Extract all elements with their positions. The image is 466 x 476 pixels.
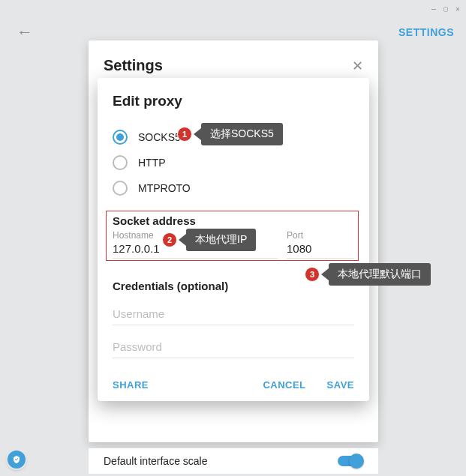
proxy-type-label: HTTP	[138, 157, 166, 169]
username-input[interactable]: Username	[113, 304, 354, 325]
window-close-button[interactable]: ✕	[455, 4, 460, 13]
radio-unchecked-icon	[113, 181, 128, 196]
share-button[interactable]: SHARE	[113, 379, 149, 391]
settings-link[interactable]: SETTINGS	[398, 26, 454, 38]
proxy-type-mtproto[interactable]: MTPROTO	[113, 175, 354, 201]
arrow-left-icon	[179, 234, 186, 246]
cancel-button[interactable]: CANCEL	[263, 379, 305, 391]
settings-title: Settings	[104, 57, 163, 74]
callout-tip: 本地代理默认端口	[329, 263, 431, 286]
callout-3: 3 本地代理默认端口	[305, 263, 431, 286]
maximize-button[interactable]: ▢	[443, 4, 448, 13]
callout-2: 2 本地代理IP	[162, 229, 256, 251]
proxy-type-http[interactable]: HTTP	[113, 150, 354, 175]
arrow-left-icon	[194, 128, 201, 140]
shield-icon[interactable]	[8, 451, 26, 469]
save-button[interactable]: SAVE	[327, 379, 354, 391]
minimize-button[interactable]: —	[431, 4, 436, 13]
callout-tip: 选择SOCKS5	[201, 123, 283, 145]
callout-tip: 本地代理IP	[186, 229, 256, 251]
proxy-type-label: MTPROTO	[138, 182, 191, 194]
radio-unchecked-icon	[113, 155, 128, 170]
modal-actions: SHARE CANCEL SAVE	[113, 375, 354, 391]
interface-scale-toggle[interactable]	[338, 456, 363, 466]
radio-checked-icon	[113, 130, 128, 145]
callout-badge-icon: 2	[162, 232, 177, 247]
socket-address-heading: Socket address	[113, 214, 354, 227]
port-label: Port	[287, 230, 354, 241]
edit-proxy-title: Edit proxy	[113, 93, 354, 109]
password-input[interactable]: Password	[113, 337, 354, 358]
proxy-type-label: SOCKS5	[138, 131, 181, 143]
interface-scale-row: Default interface scale	[89, 448, 378, 474]
window-titlebar: — ▢ ✕	[0, 0, 466, 16]
close-icon[interactable]: ✕	[352, 58, 363, 74]
port-value[interactable]: 1080	[287, 241, 354, 259]
callout-1: 1 选择SOCKS5	[177, 123, 283, 145]
arrow-left-icon	[321, 268, 329, 280]
interface-scale-label: Default interface scale	[104, 455, 208, 467]
port-field[interactable]: Port 1080	[287, 230, 354, 259]
callout-badge-icon: 1	[177, 127, 192, 142]
callout-badge-icon: 3	[305, 267, 320, 282]
back-arrow-icon[interactable]: ←	[17, 24, 33, 40]
